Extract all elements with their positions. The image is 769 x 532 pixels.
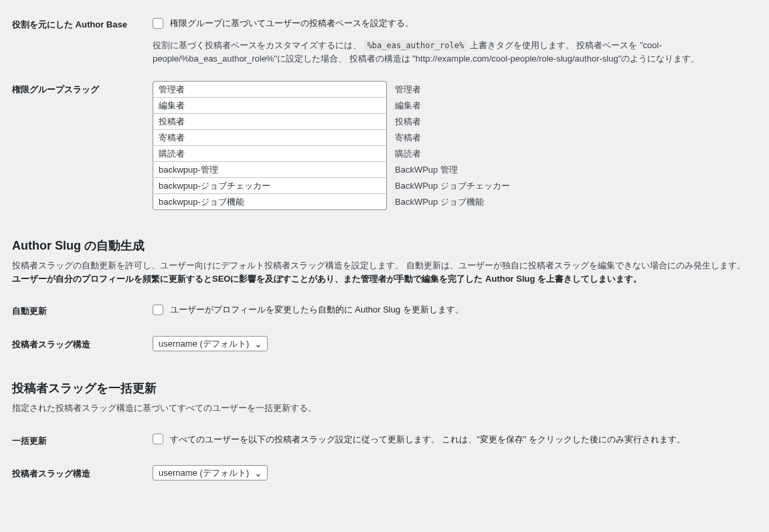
author-slug-structure-label: 投稿者スラッグ構造 (12, 328, 153, 361)
auto-update-label: 自動更新 (12, 294, 153, 328)
slug-input-editor[interactable] (153, 97, 387, 114)
slug-row: BackWPup ジョブチェッカー (153, 177, 750, 194)
autogen-desc-bold: ユーザーが自分のプロフィールを頻繁に更新するとSEOに影響を及ぼすことがあり、ま… (12, 274, 642, 284)
bulk-update-check-wrap[interactable]: すべてのユーザーを以下の投稿者スラッグ設定に従って更新します。 これは、"変更を… (153, 434, 685, 444)
slug-input-contributor[interactable] (153, 129, 387, 146)
role-slugs-label: 権限グループスラッグ (12, 73, 153, 218)
autogen-desc-plain: 投稿者スラッグの自動更新を許可し、ユーザー向けにデフォルト投稿者スラッグ構造を設… (12, 260, 746, 270)
bulk-update-label: 一括更新 (12, 424, 153, 458)
slug-input-author[interactable] (153, 113, 387, 130)
slug-label: 管理者 (395, 83, 421, 96)
desc-prefix: 役割に基づく投稿者ベースをカスタマイズするには、 (153, 40, 364, 50)
slug-label: 投稿者 (395, 115, 421, 128)
role-based-author-base-check-text: 権限グループに基づいてユーザーの投稿者ベースを設定する。 (170, 18, 414, 28)
slug-row: 寄稿者 (153, 129, 750, 146)
section-bulk-desc: 指定された投稿者スラッグ構造に基づいてすべてのユーザーを一括更新する。 (12, 402, 757, 415)
slug-row: 購読者 (153, 145, 750, 162)
slug-input-backwpup-jobchecker[interactable] (153, 177, 387, 194)
desc-code: %ba_eas_author_role% (364, 40, 468, 51)
slug-label: BackWPup ジョブ機能 (395, 195, 484, 209)
section-autogen-heading: Author Slug の自動生成 (12, 237, 757, 255)
auto-update-check-wrap[interactable]: ユーザーがプロフィールを変更したら自動的に Author Slug を更新します… (153, 304, 464, 314)
slug-row: 管理者 (153, 81, 750, 98)
role-based-author-base-check-wrap[interactable]: 権限グループに基づいてユーザーの投稿者ベースを設定する。 (153, 17, 414, 27)
slug-label: BackWPup ジョブチェッカー (395, 179, 510, 193)
role-slugs-list: 管理者 編集者 投稿者 寄稿者 購読者 (153, 81, 750, 210)
author-slug-structure-select-2[interactable]: username (デフォルト) (153, 465, 268, 480)
slug-input-backwpup-jobfunc[interactable] (153, 193, 387, 210)
role-based-author-base-desc: 役割に基づく投稿者ベースをカスタマイズするには、 %ba_eas_author_… (153, 39, 750, 65)
section-autogen-desc: 投稿者スラッグの自動更新を許可し、ユーザー向けにデフォルト投稿者スラッグ構造を設… (12, 259, 757, 285)
author-slug-structure-label-2: 投稿者スラッグ構造 (12, 457, 153, 491)
role-based-author-base-label: 役割を元にした Author Base (12, 8, 153, 73)
slug-row: BackWPup ジョブ機能 (153, 193, 750, 210)
slug-input-subscriber[interactable] (153, 145, 387, 162)
section-bulk-heading: 投稿者スラッグを一括更新 (12, 379, 757, 397)
role-based-author-base-checkbox[interactable] (153, 18, 163, 29)
author-slug-structure-select[interactable]: username (デフォルト) (153, 336, 268, 351)
bulk-update-check-text: すべてのユーザーを以下の投稿者スラッグ設定に従って更新します。 これは、"変更を… (170, 434, 685, 444)
slug-row: 投稿者 (153, 113, 750, 130)
slug-row: BackWPup 管理 (153, 161, 750, 178)
auto-update-check-text: ユーザーがプロフィールを変更したら自動的に Author Slug を更新します… (170, 304, 464, 315)
slug-input-backwpup-admin[interactable] (153, 161, 387, 178)
bulk-update-checkbox[interactable] (153, 434, 163, 444)
slug-input-administrator[interactable] (153, 81, 387, 98)
slug-label: 編集者 (395, 99, 421, 112)
slug-label: 購読者 (395, 147, 421, 161)
auto-update-checkbox[interactable] (153, 304, 163, 315)
slug-label: 寄稿者 (395, 131, 421, 145)
slug-label: BackWPup 管理 (395, 163, 458, 177)
slug-row: 編集者 (153, 97, 750, 114)
